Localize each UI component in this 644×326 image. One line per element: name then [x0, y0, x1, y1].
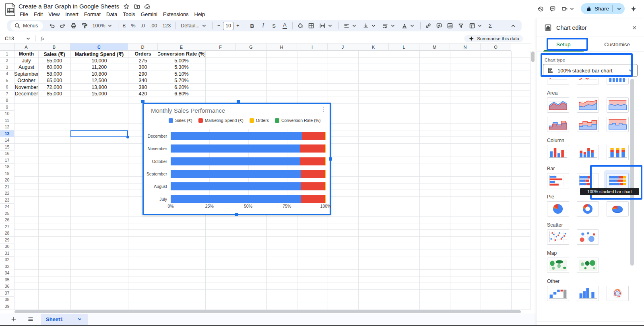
fill-color-button[interactable]	[295, 21, 305, 31]
column-header-F[interactable]: F	[205, 43, 236, 51]
currency-format-button[interactable]: £	[121, 21, 128, 31]
menus-search-button[interactable]: Menus	[10, 21, 43, 31]
cell-A7[interactable]: December	[14, 91, 38, 97]
row-header-12[interactable]: 12	[0, 124, 14, 131]
row-header-3[interactable]: 3	[0, 64, 14, 71]
decrease-decimal-button[interactable]: .0	[138, 21, 147, 31]
sheet-tab[interactable]: Sheet1	[41, 314, 88, 325]
cell-A1[interactable]: Month	[14, 51, 38, 58]
column-header-M[interactable]: M	[419, 43, 450, 51]
row-header-21[interactable]: 21	[0, 184, 14, 190]
menu-tools[interactable]: Tools	[120, 10, 138, 18]
cell-E1[interactable]: Conversion Rate (%)	[158, 51, 205, 58]
row-header-7[interactable]: 7	[0, 91, 14, 97]
chart-thumb-column-100[interactable]	[607, 145, 629, 160]
chart-thumb-area-stacked[interactable]	[577, 97, 599, 113]
row-header-37[interactable]: 37	[0, 290, 14, 297]
text-wrap-button[interactable]	[380, 21, 398, 31]
increase-font-size-button[interactable]: +	[234, 21, 242, 31]
close-icon[interactable]: ✕	[632, 25, 637, 31]
cell-D5[interactable]: 340	[128, 77, 158, 84]
row-header-18[interactable]: 18	[0, 164, 14, 171]
cell-C4[interactable]: 10,800	[70, 71, 128, 78]
row-header-1[interactable]: 1	[0, 51, 14, 58]
create-filter-button[interactable]	[456, 21, 466, 31]
chart-thumb-line-basic[interactable]	[547, 78, 569, 85]
chart-thumb-histogram[interactable]	[577, 286, 599, 301]
row-header-13[interactable]: 13	[0, 130, 14, 137]
cell-E5[interactable]: 5.70%	[158, 77, 205, 84]
menu-view[interactable]: View	[45, 10, 62, 18]
document-title[interactable]: Create a Bar Graph in Google Sheets	[19, 3, 119, 10]
move-folder-icon[interactable]	[134, 3, 140, 10]
insert-comment-button[interactable]	[434, 21, 444, 31]
table-views-button[interactable]	[466, 21, 485, 31]
bold-button[interactable]: B	[247, 21, 257, 31]
increase-decimal-button[interactable]: .00	[148, 21, 159, 31]
gemini-sparkle-icon[interactable]	[630, 6, 637, 12]
row-header-9[interactable]: 9	[0, 104, 14, 111]
chart-thumb-bubble[interactable]	[577, 229, 599, 245]
chart-thumb-area-100[interactable]	[607, 97, 629, 113]
chart-thumb-radar[interactable]	[607, 286, 629, 301]
chevron-down-icon[interactable]	[569, 6, 575, 12]
cell-A3[interactable]: August	[14, 64, 38, 71]
horizontal-scrollbar[interactable]	[14, 310, 521, 313]
row-header-17[interactable]: 17	[0, 157, 14, 164]
undo-button[interactable]	[47, 21, 57, 31]
row-header-38[interactable]: 38	[0, 297, 14, 303]
column-header-G[interactable]: G	[236, 43, 266, 51]
chart-thumb-bar-stacked[interactable]	[577, 173, 599, 188]
column-header-B[interactable]: B	[38, 43, 70, 51]
decrease-font-size-button[interactable]: −	[215, 21, 223, 31]
share-dropdown-icon[interactable]	[616, 6, 622, 12]
row-header-22[interactable]: 22	[0, 190, 14, 197]
tab-customise[interactable]: Customise	[590, 37, 644, 52]
cell-E6[interactable]: 6.20%	[158, 84, 205, 91]
functions-button[interactable]: Σ	[486, 21, 494, 31]
menu-edit[interactable]: Edit	[31, 10, 45, 18]
cell-D4[interactable]: 290	[128, 71, 158, 78]
cell-B6[interactable]: 72,000	[38, 84, 70, 91]
menu-insert[interactable]: Insert	[62, 10, 81, 18]
row-header-32[interactable]: 32	[0, 257, 14, 264]
row-header-31[interactable]: 31	[0, 250, 14, 257]
row-header-23[interactable]: 23	[0, 197, 14, 204]
row-header-29[interactable]: 29	[0, 237, 14, 243]
chart-thumb-step-area-stacked[interactable]	[577, 117, 599, 132]
chart-thumb-column-mini[interactable]	[607, 78, 629, 85]
row-header-36[interactable]: 36	[0, 283, 14, 290]
column-header-J[interactable]: J	[328, 43, 358, 51]
sheets-logo-icon[interactable]	[5, 3, 16, 16]
chart-thumb-scatter[interactable]	[547, 229, 569, 245]
zoom-control[interactable]: 100%	[90, 21, 116, 31]
row-header-27[interactable]: 27	[0, 223, 14, 230]
cell-C1[interactable]: Marketing Spend (₹)	[70, 51, 128, 58]
all-sheets-icon[interactable]	[27, 316, 34, 322]
text-color-button[interactable]: A	[279, 21, 290, 31]
menu-data[interactable]: Data	[103, 10, 120, 18]
row-header-33[interactable]: 33	[0, 263, 14, 270]
grid-corner[interactable]	[0, 43, 14, 51]
row-header-26[interactable]: 26	[0, 217, 14, 224]
cell-A4[interactable]: September	[14, 71, 38, 78]
cell-B5[interactable]: 65,000	[38, 77, 70, 84]
column-header-D[interactable]: D	[128, 43, 158, 51]
cell-D1[interactable]: Orders	[128, 51, 158, 58]
row-header-6[interactable]: 6	[0, 84, 14, 91]
cell-B3[interactable]: 60,000	[38, 64, 70, 71]
chart-thumb-bar-100[interactable]	[607, 173, 629, 188]
cell-E7[interactable]: 6.80%	[158, 91, 205, 97]
redo-button[interactable]	[58, 21, 68, 31]
chart-thumb-geo-marker[interactable]	[577, 258, 599, 273]
row-header-20[interactable]: 20	[0, 177, 14, 184]
sheet-menu-icon[interactable]	[76, 316, 83, 322]
row-header-35[interactable]: 35	[0, 276, 14, 283]
version-history-icon[interactable]	[537, 6, 544, 12]
column-header-O[interactable]: O	[481, 43, 511, 51]
row-header-39[interactable]: 39	[0, 303, 14, 310]
chart-resize-handle[interactable]	[141, 100, 144, 103]
chart-thumb-pie-3d[interactable]	[607, 201, 629, 217]
cell-C3[interactable]: 11,200	[70, 64, 128, 71]
chart-menu-icon[interactable]: ⋮	[320, 105, 326, 113]
